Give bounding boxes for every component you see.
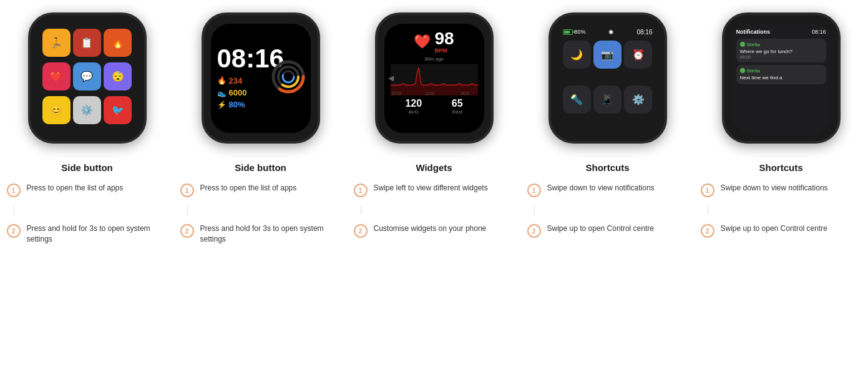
svg-text:00:00: 00:00 (392, 91, 401, 95)
bluetooth-icon: ✱ (608, 29, 613, 36)
desc-text-5-1: Swipe down to view notifications (721, 183, 862, 193)
control-battery-display: 80% (563, 29, 586, 35)
heart-rest-num: 65 (452, 98, 463, 109)
watch-body-4: 80% ✱ 08:16 🌙 📷 ⏰ 🔦 📱 ⚙️ (549, 12, 667, 144)
desc-text-2-1: Press to open the list of apps (200, 183, 341, 193)
desc-number-3-2: 2 (354, 224, 368, 238)
desc-number-4-2: 2 (527, 224, 541, 238)
desc-title-2: Side button (235, 162, 286, 173)
notif-header-title: Notifications (736, 29, 771, 35)
notif-header-time: 08:16 (812, 29, 826, 35)
desc-number-5-2: 2 (701, 224, 714, 238)
desc-section-5: Shortcuts 1 Swipe down to view notificat… (695, 162, 868, 238)
desc-item-4-2: 2 Swipe up to open Control centre (527, 223, 688, 238)
app-icon-heart: ❤️ (42, 62, 71, 91)
desc-number-1-2: 2 (7, 224, 21, 238)
bpm-ago: 30m ago (424, 56, 444, 62)
notif-msg-2: Next time we find a (740, 75, 822, 81)
desc-items-2: 1 Press to open the list of apps 2 Press… (180, 183, 341, 245)
control-header: 80% ✱ 08:16 (563, 29, 653, 36)
heart-graph: 00:00 12:00 24:0i (391, 64, 478, 95)
app-icon-calories: 🔥 (104, 29, 132, 57)
notif-app-1: Stella (740, 42, 822, 47)
watch-body-2: 08:16 🔥 234 👟 6000 ⚡ (202, 12, 320, 144)
desc-items-4: 1 Swipe down to view notifications 2 Swi… (527, 183, 688, 238)
notif-header: Notifications 08:16 (736, 29, 826, 35)
heart-avg-label: AVG (409, 109, 419, 115)
notif-app-2: Stella (740, 68, 822, 74)
control-btn-screen: 📱 (593, 86, 622, 114)
heart-icon: ❤️ (414, 34, 431, 50)
main-layout: 🏃 📋 🔥 ❤️ 💬 😴 😊 ⚙️ 🐦 Side button (6, 12, 862, 245)
desc-divider-4 (534, 206, 535, 215)
desc-text-1-1: Press to open the list of apps (27, 183, 168, 193)
bpm-label: BPM (434, 47, 447, 54)
desc-item-3-1: 1 Swipe left to view different widgets (354, 183, 515, 197)
desc-divider-3 (361, 206, 361, 215)
heart-bpm-display: 98 BPM (434, 30, 454, 54)
desc-text-2-2: Press and hold for 3s to open system set… (200, 223, 341, 245)
desc-section-4: Shortcuts 1 Swipe down to view notificat… (521, 162, 695, 238)
notif-card-1: Stella Where we go for lunch? 08:00 (736, 39, 826, 62)
app-icon-settings: ⚙️ (73, 96, 101, 124)
control-btn-settings: ⚙️ (624, 86, 652, 114)
watch-screen-clock: 08:16 🔥 234 👟 6000 ⚡ (211, 24, 311, 133)
watch-section-4: 80% ✱ 08:16 🌙 📷 ⏰ 🔦 📱 ⚙️ (521, 12, 695, 238)
desc-divider-2 (187, 206, 188, 215)
watch-crown-4 (665, 67, 667, 89)
desc-divider-1 (14, 206, 14, 215)
watch-body-1: 🏃 📋 🔥 ❤️ 💬 😴 😊 ⚙️ 🐦 (28, 12, 147, 144)
desc-text-5-2: Swipe up to open Control centre (721, 223, 862, 234)
watch-crown-3 (491, 67, 494, 89)
watch-crown-5 (838, 67, 841, 89)
battery-icon (563, 29, 573, 35)
watch-section-1: 🏃 📋 🔥 ❤️ 💬 😴 😊 ⚙️ 🐦 Side button (1, 12, 174, 245)
desc-number-3-1: 1 (354, 184, 368, 197)
desc-section-2: Side button 1 Press to open the list of … (174, 162, 348, 245)
desc-item-1-1: 1 Press to open the list of apps (7, 183, 168, 197)
clock-stat-steps: 👟 6000 (217, 87, 247, 99)
desc-text-4-2: Swipe up to open Control centre (547, 223, 688, 234)
app-icon-fitness: 🏃 (42, 29, 71, 57)
heart-top: ◀ ❤️ 98 BPM (391, 30, 478, 54)
heart-avg-num: 120 (405, 98, 422, 109)
watch-crown-2 (318, 67, 320, 89)
control-btn-alarm: ⏰ (624, 41, 652, 69)
desc-title-3: Widgets (416, 162, 452, 173)
desc-text-1-2: Press and hold for 3s to open system set… (27, 223, 168, 245)
desc-items-1: 1 Press to open the list of apps 2 Press… (7, 183, 168, 245)
desc-number-4-1: 1 (527, 184, 541, 197)
desc-number-1-1: 1 (7, 184, 21, 197)
heart-stat-avg: 120 AVG (405, 98, 422, 115)
battery-percent: 80% (575, 29, 586, 35)
control-btn-moon: 🌙 (563, 41, 591, 69)
app-icon-chat: 💬 (73, 62, 101, 91)
desc-item-2-2: 2 Press and hold for 3s to open system s… (180, 223, 341, 245)
notif-app-name-1: Stella (747, 42, 760, 47)
desc-number-5-1: 1 (701, 184, 714, 197)
svg-text:12:00: 12:00 (425, 91, 434, 95)
desc-text-3-1: Swipe left to view different widgets (374, 183, 515, 193)
desc-text-4-1: Swipe down to view notifications (547, 183, 688, 193)
desc-number-2-2: 2 (180, 224, 194, 238)
notif-time-1: 08:00 (740, 55, 822, 59)
watch-section-2: 08:16 🔥 234 👟 6000 ⚡ (174, 12, 348, 245)
app-icon-sleep: 😴 (104, 62, 132, 91)
desc-item-2-1: 1 Press to open the list of apps (180, 183, 341, 197)
desc-divider-5 (708, 206, 708, 215)
desc-items-3: 1 Swipe left to view different widgets 2… (354, 183, 515, 238)
control-btn-camera: 📷 (593, 41, 622, 69)
heart-stat-rest: 65 Rest (452, 98, 463, 115)
notif-app-name-2: Stella (747, 68, 760, 74)
app-icon-notes: 📋 (73, 29, 101, 57)
watch-screen-notif: Notifications 08:16 Stella Where we go f… (731, 24, 831, 133)
desc-title-5: Shortcuts (759, 162, 802, 173)
watch-crown-1 (144, 67, 147, 89)
watch-screen-control: 80% ✱ 08:16 🌙 📷 ⏰ 🔦 📱 ⚙️ (558, 24, 658, 133)
notif-card-2: Stella Next time we find a (736, 65, 826, 84)
desc-section-1: Side button 1 Press to open the list of … (1, 162, 174, 245)
clock-stat-calories: 🔥 234 (217, 76, 247, 87)
desc-number-2-1: 1 (180, 184, 194, 197)
desc-item-3-2: 2 Customise widgets on your phone (354, 223, 515, 238)
desc-text-3-2: Customise widgets on your phone (374, 223, 515, 234)
